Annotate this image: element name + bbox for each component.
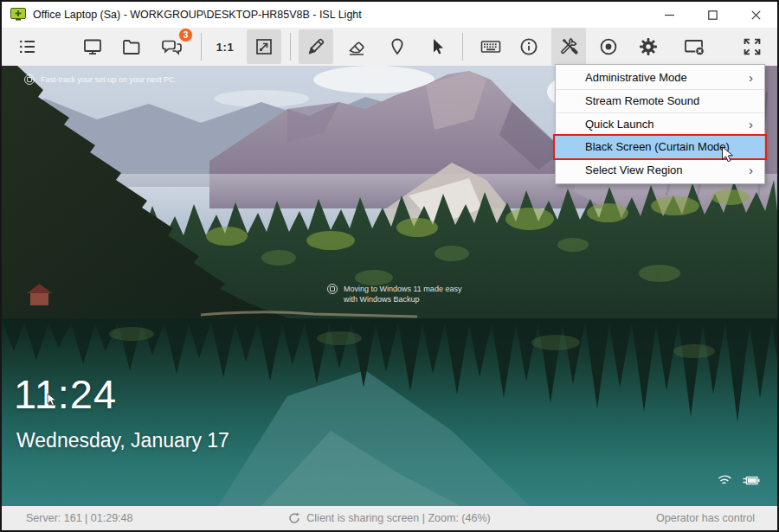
maximize-button[interactable] [691,2,734,28]
monitor-x-icon [683,36,705,57]
submenu-arrow-icon: › [749,113,753,136]
toast-badge-icon [24,74,35,85]
close-button[interactable] [734,2,777,28]
monitor-icon [82,36,103,57]
menu-item-label: Quick Launch [585,118,654,131]
toast-badge-icon [327,284,338,294]
eraser-icon [346,36,367,57]
fit-screen-icon [254,36,274,57]
minimize-icon [665,10,674,20]
disconnect-desktop-button[interactable] [679,31,710,62]
tools-dropdown-menu: Administrative Mode › Stream Remote Soun… [555,64,765,184]
chat-badge: 3 [178,28,193,42]
keyboard-icon [480,36,502,57]
tools-button[interactable] [551,28,586,66]
zoom-1-1-button[interactable]: 1:1 [209,31,241,62]
record-icon [598,36,619,57]
isl-light-window: Office Laptop (Sa) - WORKGROUP\DESKTOP-H… [0,0,779,532]
lockscreen-date: Wednesday, January 17 [16,429,229,452]
cursor-icon [427,36,447,57]
info-icon [518,36,539,57]
menu-item-administrative-mode[interactable]: Administrative Mode › [556,67,764,89]
settings-button[interactable] [633,31,664,62]
lockscreen-tray [717,474,760,486]
mouse-cursor [721,146,734,163]
lockscreen-toast-top: Fast-track your set-up on your next PC. [24,74,177,85]
toolbar-separator [462,33,463,61]
toolbar: 3 1:1 [2,28,777,66]
title-bar: Office Laptop (Sa) - WORKGROUP\DESKTOP-H… [2,2,777,28]
toast-mid-line2: with Windows Backup [344,295,420,304]
pin-icon [387,36,408,57]
status-sharing-text: Client is sharing screen | Zoom: (46%) [306,512,490,524]
monitors-button[interactable] [77,31,108,62]
draw-button[interactable] [299,29,333,64]
menu-item-label: Select View Region [585,163,683,176]
pointer-marker-button[interactable] [382,31,413,62]
one-to-one-icon: 1:1 [216,41,234,54]
gear-icon [638,36,659,57]
fullscreen-button[interactable] [737,31,768,62]
battery-charging-icon [743,475,760,486]
info-button[interactable] [513,31,544,62]
maximize-icon [708,10,718,20]
menu-item-label: Black Screen (Curtain Mode) [585,140,730,153]
list-icon [17,36,38,57]
window-title: Office Laptop (Sa) - WORKGROUP\DESKTOP-H… [33,9,362,21]
submenu-arrow-icon: › [749,67,753,89]
remote-cursor [47,393,57,407]
remote-cursor-button[interactable] [422,31,453,62]
fit-screen-button[interactable] [247,29,281,64]
pencil-icon [306,36,326,57]
minimize-button[interactable] [647,2,691,28]
refresh-icon [288,512,300,524]
toast-mid-line1: Moving to Windows 11 made easy [344,285,461,293]
session-list-button[interactable] [12,31,43,62]
tools-icon [558,36,579,57]
menu-item-label: Stream Remote Sound [585,94,699,107]
toolbar-separator [201,33,202,61]
menu-item-quick-launch[interactable]: Quick Launch › [556,113,764,136]
lockscreen-time: 11:24 [14,370,117,418]
isl-light-app-icon [10,8,26,22]
folder-icon [121,36,142,57]
record-button[interactable] [593,31,624,62]
toast-top-text: Fast-track your set-up on your next PC. [41,75,177,84]
status-control-text: Operator has control [656,512,755,524]
toolbar-separator [290,33,291,61]
expand-icon [742,36,763,57]
status-bar: Server: 161 | 01:29:48 Client is sharing… [2,506,777,530]
menu-item-label: Administrative Mode [585,71,687,84]
keyboard-button[interactable] [475,31,506,62]
file-transfer-button[interactable] [116,31,147,62]
close-icon [751,10,761,20]
eraser-button[interactable] [341,31,372,62]
lockscreen-toast-middle: Moving to Windows 11 made easy with Wind… [327,284,461,304]
menu-item-stream-remote-sound[interactable]: Stream Remote Sound [556,90,764,112]
wifi-icon [716,474,733,486]
submenu-arrow-icon: › [749,159,753,182]
chat-button[interactable]: 3 [157,31,188,62]
